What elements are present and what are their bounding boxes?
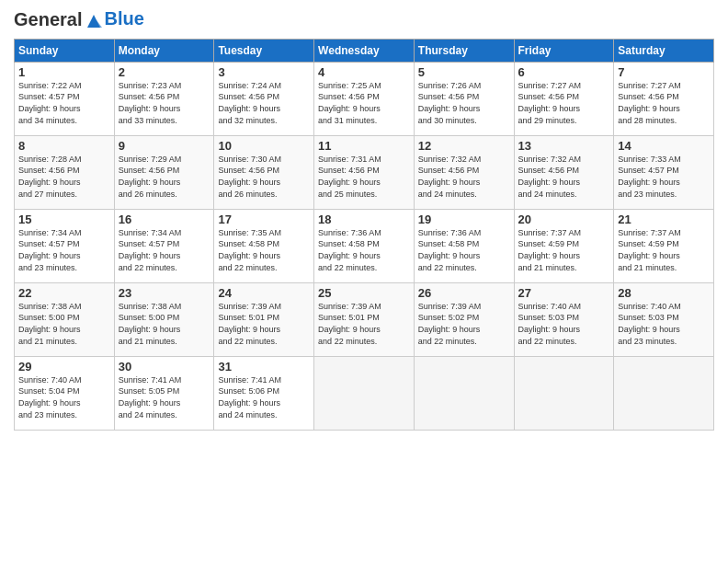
weekday-header-row: SundayMondayTuesdayWednesdayThursdayFrid…	[15, 39, 714, 62]
day-number: 30	[119, 360, 210, 373]
day-number: 5	[418, 65, 510, 79]
weekday-header-wednesday: Wednesday	[314, 39, 415, 62]
logo-icon	[84, 11, 104, 31]
day-number: 9	[119, 139, 210, 153]
day-info: Sunrise: 7:41 AM Sunset: 5:06 PM Dayligh…	[218, 374, 310, 420]
day-info: Sunrise: 7:29 AM Sunset: 4:56 PM Dayligh…	[119, 154, 210, 200]
day-info: Sunrise: 7:36 AM Sunset: 4:58 PM Dayligh…	[318, 227, 410, 273]
weekday-header-thursday: Thursday	[414, 39, 514, 62]
day-number: 19	[418, 213, 510, 226]
calendar-cell: 16Sunrise: 7:34 AM Sunset: 4:57 PM Dayli…	[114, 209, 214, 282]
week-row-5: 29Sunrise: 7:40 AM Sunset: 5:04 PM Dayli…	[15, 356, 714, 430]
calendar-cell: 18Sunrise: 7:36 AM Sunset: 4:58 PM Dayli…	[314, 209, 415, 282]
day-info: Sunrise: 7:31 AM Sunset: 4:56 PM Dayligh…	[318, 154, 410, 200]
day-info: Sunrise: 7:24 AM Sunset: 4:56 PM Dayligh…	[218, 80, 310, 126]
day-number: 3	[218, 65, 310, 79]
day-info: Sunrise: 7:40 AM Sunset: 5:04 PM Dayligh…	[18, 374, 110, 420]
calendar-cell: 7Sunrise: 7:27 AM Sunset: 4:56 PM Daylig…	[614, 62, 714, 135]
day-number: 18	[318, 213, 410, 226]
day-info: Sunrise: 7:39 AM Sunset: 5:01 PM Dayligh…	[218, 301, 310, 347]
day-info: Sunrise: 7:32 AM Sunset: 4:56 PM Dayligh…	[418, 154, 510, 200]
calendar-cell: 27Sunrise: 7:40 AM Sunset: 5:03 PM Dayli…	[514, 282, 614, 356]
day-number: 7	[618, 65, 710, 79]
calendar-cell: 20Sunrise: 7:37 AM Sunset: 4:59 PM Dayli…	[514, 209, 614, 282]
day-number: 21	[618, 213, 710, 226]
week-row-3: 15Sunrise: 7:34 AM Sunset: 4:57 PM Dayli…	[15, 209, 714, 282]
week-row-2: 8Sunrise: 7:28 AM Sunset: 4:56 PM Daylig…	[15, 135, 714, 209]
day-number: 27	[518, 286, 610, 300]
day-info: Sunrise: 7:39 AM Sunset: 5:01 PM Dayligh…	[318, 301, 410, 347]
calendar-cell: 19Sunrise: 7:36 AM Sunset: 4:58 PM Dayli…	[414, 209, 514, 282]
calendar-cell: 8Sunrise: 7:28 AM Sunset: 4:56 PM Daylig…	[15, 135, 115, 209]
weekday-header-tuesday: Tuesday	[214, 39, 314, 62]
day-number: 1	[18, 65, 110, 79]
day-number: 6	[518, 65, 610, 79]
day-info: Sunrise: 7:38 AM Sunset: 5:00 PM Dayligh…	[119, 301, 210, 347]
calendar-cell: 5Sunrise: 7:26 AM Sunset: 4:56 PM Daylig…	[414, 62, 514, 135]
page-container: General Blue SundayMondayTuesdayWednesda…	[0, 0, 728, 440]
calendar-cell	[514, 356, 614, 430]
calendar-cell: 6Sunrise: 7:27 AM Sunset: 4:56 PM Daylig…	[514, 62, 614, 135]
page-header: General Blue	[14, 9, 714, 31]
day-number: 2	[119, 65, 210, 79]
calendar-body: 1Sunrise: 7:22 AM Sunset: 4:57 PM Daylig…	[15, 62, 714, 430]
day-info: Sunrise: 7:41 AM Sunset: 5:05 PM Dayligh…	[119, 374, 210, 420]
calendar-cell: 30Sunrise: 7:41 AM Sunset: 5:05 PM Dayli…	[114, 356, 214, 430]
calendar-cell	[614, 356, 714, 430]
day-number: 26	[418, 286, 510, 300]
day-info: Sunrise: 7:26 AM Sunset: 4:56 PM Dayligh…	[418, 80, 510, 126]
logo: General Blue	[14, 9, 144, 31]
day-number: 12	[418, 139, 510, 153]
day-info: Sunrise: 7:28 AM Sunset: 4:56 PM Dayligh…	[18, 154, 110, 200]
day-number: 14	[618, 139, 710, 153]
calendar-cell: 23Sunrise: 7:38 AM Sunset: 5:00 PM Dayli…	[114, 282, 214, 356]
day-info: Sunrise: 7:23 AM Sunset: 4:56 PM Dayligh…	[119, 80, 210, 126]
day-info: Sunrise: 7:22 AM Sunset: 4:57 PM Dayligh…	[18, 80, 110, 126]
weekday-header-monday: Monday	[114, 39, 214, 62]
day-info: Sunrise: 7:25 AM Sunset: 4:56 PM Dayligh…	[318, 80, 410, 126]
day-info: Sunrise: 7:34 AM Sunset: 4:57 PM Dayligh…	[119, 227, 210, 273]
day-number: 31	[218, 360, 310, 373]
calendar-cell: 9Sunrise: 7:29 AM Sunset: 4:56 PM Daylig…	[114, 135, 214, 209]
day-number: 11	[318, 139, 410, 153]
day-info: Sunrise: 7:35 AM Sunset: 4:58 PM Dayligh…	[218, 227, 310, 273]
day-info: Sunrise: 7:30 AM Sunset: 4:56 PM Dayligh…	[218, 154, 310, 200]
day-number: 28	[618, 286, 710, 300]
day-number: 24	[218, 286, 310, 300]
day-number: 17	[218, 213, 310, 226]
calendar-table: SundayMondayTuesdayWednesdayThursdayFrid…	[14, 39, 714, 431]
day-info: Sunrise: 7:27 AM Sunset: 4:56 PM Dayligh…	[618, 80, 710, 126]
week-row-1: 1Sunrise: 7:22 AM Sunset: 4:57 PM Daylig…	[15, 62, 714, 135]
calendar-cell: 25Sunrise: 7:39 AM Sunset: 5:01 PM Dayli…	[314, 282, 415, 356]
day-number: 8	[18, 139, 110, 153]
day-number: 29	[18, 360, 110, 373]
weekday-header-sunday: Sunday	[15, 39, 115, 62]
day-number: 15	[18, 213, 110, 226]
calendar-cell: 12Sunrise: 7:32 AM Sunset: 4:56 PM Dayli…	[414, 135, 514, 209]
day-number: 25	[318, 286, 410, 300]
calendar-cell: 11Sunrise: 7:31 AM Sunset: 4:56 PM Dayli…	[314, 135, 415, 209]
day-info: Sunrise: 7:34 AM Sunset: 4:57 PM Dayligh…	[18, 227, 110, 273]
calendar-cell: 28Sunrise: 7:40 AM Sunset: 5:03 PM Dayli…	[614, 282, 714, 356]
calendar-cell: 4Sunrise: 7:25 AM Sunset: 4:56 PM Daylig…	[314, 62, 415, 135]
calendar-cell: 24Sunrise: 7:39 AM Sunset: 5:01 PM Dayli…	[214, 282, 314, 356]
calendar-cell: 29Sunrise: 7:40 AM Sunset: 5:04 PM Dayli…	[15, 356, 115, 430]
day-info: Sunrise: 7:39 AM Sunset: 5:02 PM Dayligh…	[418, 301, 510, 347]
day-info: Sunrise: 7:33 AM Sunset: 4:57 PM Dayligh…	[618, 154, 710, 200]
calendar-cell: 1Sunrise: 7:22 AM Sunset: 4:57 PM Daylig…	[15, 62, 115, 135]
calendar-cell: 10Sunrise: 7:30 AM Sunset: 4:56 PM Dayli…	[214, 135, 314, 209]
day-info: Sunrise: 7:36 AM Sunset: 4:58 PM Dayligh…	[418, 227, 510, 273]
day-info: Sunrise: 7:40 AM Sunset: 5:03 PM Dayligh…	[518, 301, 610, 347]
logo-text: General	[14, 9, 104, 31]
calendar-cell: 31Sunrise: 7:41 AM Sunset: 5:06 PM Dayli…	[214, 356, 314, 430]
day-number: 16	[119, 213, 210, 226]
calendar-cell: 3Sunrise: 7:24 AM Sunset: 4:56 PM Daylig…	[214, 62, 314, 135]
day-number: 23	[119, 286, 210, 300]
day-info: Sunrise: 7:40 AM Sunset: 5:03 PM Dayligh…	[618, 301, 710, 347]
weekday-header-friday: Friday	[514, 39, 614, 62]
calendar-cell	[314, 356, 415, 430]
calendar-cell: 26Sunrise: 7:39 AM Sunset: 5:02 PM Dayli…	[414, 282, 514, 356]
day-info: Sunrise: 7:32 AM Sunset: 4:56 PM Dayligh…	[518, 154, 610, 200]
day-info: Sunrise: 7:37 AM Sunset: 4:59 PM Dayligh…	[518, 227, 610, 273]
week-row-4: 22Sunrise: 7:38 AM Sunset: 5:00 PM Dayli…	[15, 282, 714, 356]
